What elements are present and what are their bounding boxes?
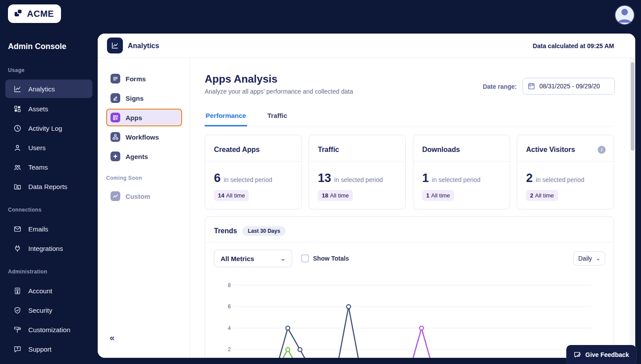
- card-value: 2: [526, 171, 533, 185]
- sidebar-item-teams[interactable]: Teams: [5, 158, 92, 176]
- divider: [205, 161, 301, 162]
- forms-icon: [111, 74, 120, 83]
- sidebar-item-label: Customization: [28, 326, 70, 334]
- user-icon: [13, 144, 22, 152]
- sidebar-item-support[interactable]: Support: [5, 340, 92, 358]
- stat-card-downloads: Downloads 1in selected period 1All time: [413, 135, 510, 209]
- subnav-item-agents[interactable]: Agents: [106, 148, 182, 165]
- chart-line-icon: [111, 42, 119, 49]
- stat-card-traffic: Traffic 13in selected period 18All time: [309, 135, 406, 209]
- sidebar-item-data-reports[interactable]: Data Reports: [5, 177, 92, 196]
- date-range-picker[interactable]: 08/31/2025 - 09/29/20: [523, 78, 615, 95]
- divider: [413, 161, 510, 162]
- metrics-select-value: All Metrics: [221, 255, 254, 262]
- sidebar-item-security[interactable]: Security: [5, 301, 92, 319]
- alltime-value: 1: [426, 192, 429, 199]
- subnav-item-label: Workflows: [126, 133, 159, 141]
- agents-sparkle-icon: [111, 152, 120, 161]
- tab-performance[interactable]: Performance: [205, 109, 247, 126]
- chevron-down-icon: ⌄: [596, 256, 600, 261]
- divider: [517, 161, 614, 162]
- metrics-select[interactable]: All Metrics ⌄: [214, 250, 292, 267]
- person-icon: [615, 5, 634, 25]
- date-range-label: Date range:: [483, 78, 517, 95]
- alltime-label: All time: [330, 192, 349, 199]
- card-title: Active Visitors: [526, 146, 575, 154]
- subnav-item-workflows[interactable]: Workflows: [106, 128, 182, 146]
- subnav-item-label: Forms: [126, 75, 146, 83]
- alltime-badge: 18All time: [318, 190, 353, 201]
- card-period: in selected period: [334, 176, 383, 183]
- sidebar-item-label: Emails: [28, 225, 48, 233]
- interval-select[interactable]: Daily ⌄: [573, 251, 605, 265]
- tab-traffic[interactable]: Traffic: [267, 109, 288, 126]
- alltime-value: 14: [218, 192, 224, 199]
- user-avatar[interactable]: [614, 5, 635, 25]
- acme-logo[interactable]: ACME: [8, 4, 61, 23]
- svg-text:8: 8: [228, 282, 231, 288]
- signs-icon: [111, 93, 120, 103]
- subnav-item-forms[interactable]: Forms: [106, 70, 182, 87]
- clock-icon: [13, 124, 22, 133]
- stat-card-active-visitors: Active Visitors i 2in selected period 2A…: [517, 135, 614, 209]
- show-totals-checkbox[interactable]: [301, 254, 309, 262]
- trends-card: Trends Last 30 Days All Metrics ⌄ Show T…: [205, 216, 614, 358]
- tab-bar: Performance Traffic: [205, 109, 614, 127]
- acme-logo-icon: [13, 8, 24, 20]
- sidebar-item-assets[interactable]: Assets: [5, 99, 92, 118]
- page-title: Apps Analysis: [205, 73, 278, 85]
- svg-text:2: 2: [228, 346, 231, 353]
- card-period: in selected period: [432, 176, 481, 183]
- envelope-icon: [13, 225, 22, 233]
- sidebar-item-users[interactable]: Users: [5, 138, 92, 157]
- logo-text: ACME: [27, 9, 54, 19]
- chart-line-icon: [13, 85, 22, 93]
- sidebar-item-label: Teams: [28, 163, 48, 171]
- sidebar-item-label: Activity Log: [28, 125, 62, 132]
- scrollbar-track: [630, 58, 635, 358]
- stat-card-created-apps: Created Apps 6in selected period 14All t…: [205, 135, 302, 209]
- data-calculated-status: Data calculated at 09:25 AM: [533, 34, 614, 58]
- panel-title: Analytics: [128, 34, 159, 58]
- sidebar-item-account[interactable]: Account: [5, 281, 92, 300]
- sidebar-item-label: Assets: [28, 105, 48, 113]
- application-window: ACME Admin Console Usage Analytics Asset…: [0, 0, 641, 364]
- divider: [309, 161, 405, 162]
- subnav-item-signs[interactable]: Signs: [106, 89, 182, 107]
- card-period: in selected period: [224, 176, 272, 183]
- sidebar-item-activity-log[interactable]: Activity Log: [5, 119, 92, 137]
- chat-question-icon: [13, 345, 22, 353]
- paint-roller-icon: [13, 326, 22, 334]
- give-feedback-button[interactable]: Give Feedback: [566, 345, 636, 364]
- section-label-administration: Administration: [8, 269, 47, 275]
- billing-doc-icon: [13, 287, 22, 295]
- info-icon[interactable]: i: [598, 146, 606, 154]
- page-subtitle: Analyze your all apps’ performance and c…: [205, 88, 353, 95]
- feedback-label: Give Feedback: [585, 351, 629, 358]
- sidebar-item-integrations[interactable]: Integrations: [5, 239, 92, 258]
- subnav-item-label: Custom: [126, 193, 150, 200]
- alltime-label: All time: [535, 192, 554, 199]
- subnav-item-apps[interactable]: Apps: [106, 109, 182, 126]
- collapse-sidebar-button[interactable]: «: [110, 333, 114, 343]
- alltime-badge: 2All time: [526, 190, 558, 201]
- card-value: 6: [214, 171, 221, 185]
- sidebar-item-analytics[interactable]: Analytics: [5, 80, 92, 98]
- console-title: Admin Console: [8, 42, 66, 51]
- subnav-item-label: Apps: [126, 114, 142, 121]
- card-title: Traffic: [318, 146, 339, 154]
- sidebar-item-label: Account: [28, 287, 52, 295]
- section-label-connections: Connections: [8, 207, 42, 213]
- sidebar-item-label: Security: [28, 307, 52, 314]
- trends-chart[interactable]: 2468: [224, 279, 599, 358]
- svg-text:6: 6: [228, 303, 231, 310]
- sidebar-item-customization[interactable]: Customization: [5, 320, 92, 339]
- subnav-item-custom[interactable]: Custom: [106, 187, 182, 205]
- sidebar-item-label: Support: [28, 345, 52, 353]
- panel-header: Analytics Data calculated at 09:25 AM: [98, 34, 635, 58]
- alltime-badge: 14All time: [214, 190, 249, 201]
- sidebar-item-emails[interactable]: Emails: [5, 220, 92, 238]
- analytics-header-icon: [107, 38, 123, 53]
- scrollbar-thumb[interactable]: [631, 62, 634, 151]
- plug-icon: [13, 244, 22, 253]
